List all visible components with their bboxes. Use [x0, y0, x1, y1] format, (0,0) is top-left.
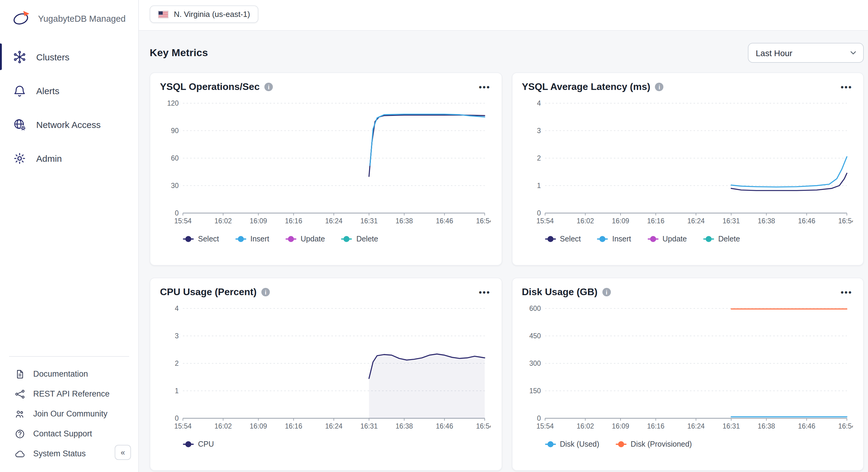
legend-label: Update	[662, 235, 687, 243]
info-icon[interactable]	[261, 288, 270, 296]
svg-text:16:31: 16:31	[722, 217, 740, 225]
svg-text:16:16: 16:16	[285, 217, 302, 225]
svg-text:0: 0	[537, 209, 540, 217]
sidebar-footer-label: Contact Support	[33, 429, 92, 438]
chart-menu-button[interactable]	[478, 287, 492, 297]
svg-text:3: 3	[537, 127, 540, 135]
legend-item[interactable]: Update	[285, 235, 325, 243]
sidebar-item-admin[interactable]: Admin	[0, 143, 138, 173]
legend-item[interactable]: Insert	[236, 235, 270, 243]
svg-text:16:46: 16:46	[436, 422, 453, 430]
svg-text:150: 150	[529, 387, 540, 395]
chart-menu-button[interactable]	[478, 82, 492, 92]
main-area: N. Virginia (us-east-1) Key Metrics Last…	[139, 0, 868, 472]
legend-item[interactable]: Select	[545, 235, 581, 243]
svg-text:16:31: 16:31	[360, 422, 378, 430]
region-label: N. Virginia (us-east-1)	[174, 10, 250, 19]
chart-menu-button[interactable]	[840, 287, 854, 297]
legend-label: Select	[198, 235, 219, 243]
legend-item[interactable]: CPU	[183, 440, 214, 448]
metrics-header: Key Metrics Last Hour	[150, 43, 864, 63]
chart-plot-cpu-usage: 0123415:5416:0216:0916:1616:2416:3116:38…	[160, 303, 491, 436]
yugabytedb-logo-icon	[11, 8, 31, 28]
svg-text:600: 600	[529, 305, 540, 312]
cluster-icon	[13, 50, 27, 64]
chart-legend: CPU	[160, 440, 492, 448]
svg-text:16:16: 16:16	[285, 422, 302, 430]
sidebar-item-clusters[interactable]: Clusters	[0, 42, 138, 72]
brand-logo-link[interactable]: YugabyteDB Managed	[0, 0, 138, 36]
sidebar-item-rest-api-reference[interactable]: REST API Reference	[9, 384, 129, 404]
svg-text:16:54: 16:54	[476, 422, 491, 430]
info-icon[interactable]	[655, 83, 664, 91]
svg-text:16:09: 16:09	[250, 217, 267, 225]
svg-text:1: 1	[537, 182, 540, 190]
sidebar-item-label: Admin	[36, 153, 62, 163]
chart-card-cpu-usage: CPU Usage (Percent) 0123415:5416:0216:09…	[150, 278, 502, 471]
chart-plot-disk-usage: 015030045060015:5416:0216:0916:1616:2416…	[522, 303, 852, 436]
sidebar-item-network-access[interactable]: Network Access	[0, 109, 138, 139]
app-window: YugabyteDB Managed Clusters	[0, 0, 868, 472]
sidebar-footer-label: System Status	[33, 449, 86, 458]
chart-menu-button[interactable]	[840, 82, 854, 92]
info-icon[interactable]	[602, 288, 611, 296]
brand-title: YugabyteDB Managed	[38, 13, 126, 23]
globe-gear-icon	[13, 117, 27, 131]
region-chip[interactable]: N. Virginia (us-east-1)	[150, 5, 258, 23]
region-bar: N. Virginia (us-east-1)	[139, 0, 868, 31]
chevron-double-left-icon: «	[121, 448, 125, 456]
help-icon	[14, 428, 25, 439]
us-flag-icon	[158, 10, 168, 18]
sidebar-collapse-button[interactable]: «	[115, 445, 131, 460]
sidebar-item-label: Network Access	[36, 119, 100, 129]
bell-icon	[13, 84, 27, 97]
sidebar-item-join-our-community[interactable]: Join Our Community	[9, 404, 129, 424]
svg-text:15:54: 15:54	[174, 217, 192, 225]
svg-text:30: 30	[171, 182, 179, 190]
legend-item[interactable]: Insert	[597, 235, 631, 243]
legend-item[interactable]: Disk (Provisioned)	[616, 440, 692, 448]
sidebar-item-system-status[interactable]: System Status	[9, 444, 129, 464]
page-title: Key Metrics	[150, 47, 208, 59]
svg-text:16:09: 16:09	[250, 422, 267, 430]
legend-marker-icon	[285, 236, 297, 242]
svg-text:16:31: 16:31	[722, 422, 740, 430]
svg-text:0: 0	[537, 414, 540, 422]
legend-item[interactable]: Delete	[341, 235, 378, 243]
svg-text:1: 1	[175, 387, 179, 395]
legend-item[interactable]: Disk (Used)	[545, 440, 599, 448]
legend-label: Update	[301, 235, 325, 243]
legend-label: Insert	[250, 235, 270, 243]
legend-marker-icon	[597, 236, 608, 242]
svg-text:4: 4	[537, 99, 540, 107]
sidebar-item-documentation[interactable]: Documentation	[9, 364, 129, 384]
charts-grid: YSQL Operations/Sec 030609012015:5416:02…	[150, 72, 864, 471]
svg-text:60: 60	[171, 154, 179, 162]
svg-text:16:46: 16:46	[798, 217, 815, 225]
svg-text:0: 0	[175, 414, 179, 422]
legend-item[interactable]: Delete	[703, 235, 740, 243]
svg-text:300: 300	[529, 359, 540, 367]
svg-text:16:54: 16:54	[838, 217, 852, 225]
metrics-content: Key Metrics Last Hour YSQL Operations/Se…	[139, 31, 868, 472]
svg-text:450: 450	[529, 332, 540, 340]
svg-text:15:54: 15:54	[536, 217, 554, 225]
legend-marker-icon	[341, 236, 352, 242]
legend-marker-icon	[183, 236, 194, 242]
legend-marker-icon	[545, 236, 556, 242]
svg-text:90: 90	[171, 127, 179, 135]
sidebar: YugabyteDB Managed Clusters	[0, 0, 139, 472]
svg-text:120: 120	[167, 99, 179, 107]
sidebar-spacer	[0, 177, 138, 356]
sidebar-item-alerts[interactable]: Alerts	[0, 75, 138, 106]
sidebar-item-contact-support[interactable]: Contact Support	[9, 424, 129, 444]
sidebar-footer-label: Join Our Community	[33, 409, 107, 418]
legend-item[interactable]: Update	[647, 235, 687, 243]
info-icon[interactable]	[265, 83, 273, 91]
svg-text:15:54: 15:54	[536, 422, 554, 430]
time-range-select[interactable]: Last Hour	[748, 43, 864, 63]
svg-text:2: 2	[175, 359, 179, 367]
svg-text:16:02: 16:02	[215, 422, 232, 430]
legend-item[interactable]: Select	[183, 235, 219, 243]
sidebar-footer-label: Documentation	[33, 369, 88, 378]
